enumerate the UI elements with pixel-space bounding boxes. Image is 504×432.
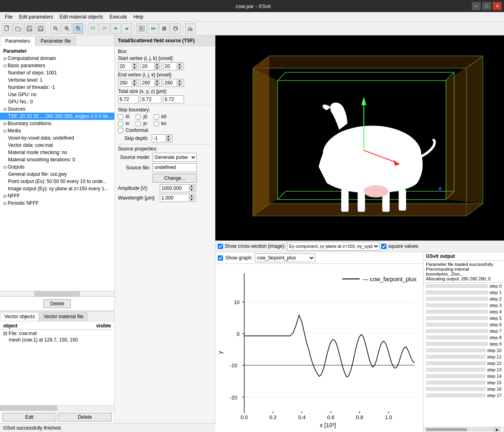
skip-depth-input[interactable]: -1 ▲▼ [152, 134, 173, 142]
close-button[interactable]: ✕ [493, 2, 502, 10]
zoom-out-button[interactable] [50, 23, 61, 34]
end-k-down[interactable]: ▼ [177, 83, 182, 87]
show-graph-checkbox[interactable] [218, 255, 223, 261]
skip-kn-checkbox[interactable] [154, 121, 159, 126]
skip-depth-down[interactable]: ▼ [165, 138, 171, 142]
skip-in-checkbox[interactable] [118, 121, 123, 126]
gsvit-horizontal-scroll[interactable]: ▶ [423, 427, 504, 432]
vector-horizontal-scroll[interactable] [0, 405, 114, 411]
tab-parameters[interactable]: Parameters [0, 36, 35, 46]
zoom-in-button[interactable] [62, 23, 72, 34]
zoom-fit-button[interactable] [73, 23, 83, 34]
start-k-down[interactable]: ▼ [177, 66, 182, 70]
save-button[interactable] [24, 23, 35, 34]
rotate-cw-button[interactable] [99, 23, 109, 34]
start-j-down[interactable]: ▼ [154, 66, 160, 70]
end-i-down[interactable]: ▼ [132, 83, 137, 87]
tree-item-vector-data[interactable]: Vector data: cow.mat [0, 142, 114, 149]
size-y-input[interactable]: 6.72 [140, 95, 161, 103]
new-button[interactable] [2, 23, 12, 34]
minimize-button[interactable]: ─ [472, 2, 481, 10]
start-j-input[interactable]: 20 ▲▼ [140, 62, 161, 70]
tab-parameter-file[interactable]: Parameter file [35, 36, 76, 45]
tab-vector-material[interactable]: Vector material file [39, 312, 88, 321]
tree-item-sources[interactable]: ⊟ Sources [0, 105, 114, 113]
end-k-input[interactable]: 260 ▲▼ [163, 79, 184, 87]
conformal-checkbox[interactable] [118, 128, 123, 133]
delete-tree-button[interactable]: Delete [43, 299, 71, 308]
menu-edit-params[interactable]: Edit parameters [16, 13, 56, 21]
maximize-button[interactable]: □ [482, 2, 491, 10]
tree-item-voxel-data[interactable]: Voxel-by-voxel data: undefined [0, 134, 114, 142]
amp-up[interactable]: ▲ [189, 184, 194, 188]
tree-item-image-output[interactable]: Image output (Ey): xy plane at z=150 eve… [0, 185, 114, 192]
tree-item-gpu[interactable]: Use GPU: no [0, 91, 114, 98]
vector-file-item[interactable]: ⊟ File: cow.mat [1, 330, 114, 337]
start-i-down[interactable]: ▼ [132, 66, 137, 70]
start-k-input[interactable]: 20 ▲▼ [163, 62, 184, 70]
start-i-up[interactable]: ▲ [132, 62, 137, 66]
tree-item-outputs[interactable]: ⊟ Outputs [0, 163, 114, 171]
vector-mesh-item[interactable]: mesh (cow.1) at 128.7, 150, 150 [1, 337, 114, 343]
tree-item-basic-parameters[interactable]: ⊟ Basic parameters [0, 62, 114, 69]
end-i-up[interactable]: ▲ [132, 79, 137, 83]
open-button[interactable] [13, 23, 23, 34]
wavelength-input[interactable]: 1.000 ▲▼ [160, 194, 196, 202]
tree-item-general-output[interactable]: General output file: out.gwy [0, 171, 114, 178]
tree-item-periodic-nfff[interactable]: ⊞ Periodic NFFF [0, 200, 114, 207]
tab-vector-objects[interactable]: Vector objects [0, 312, 39, 321]
menu-help[interactable]: Help [130, 13, 147, 21]
rotate-ccw-button[interactable] [88, 23, 98, 34]
gsvit-scroll-right[interactable]: ▶ [494, 427, 500, 432]
skip-i0-checkbox[interactable] [118, 114, 123, 119]
end-j-down[interactable]: ▼ [154, 83, 160, 87]
end-k-up[interactable]: ▲ [177, 79, 182, 83]
edit-vector-button[interactable]: Edit [2, 413, 56, 422]
chart-button[interactable] [185, 23, 196, 34]
3d-view[interactable]: + [215, 35, 504, 241]
run-button[interactable] [136, 23, 147, 34]
tree-item-nfff[interactable]: ⊞ NFFF [0, 192, 114, 200]
tree-item-boundary[interactable]: ⊞ Boundary conditions [0, 120, 114, 127]
tree-item-tsf[interactable]: TSF: 20 20 20 ... 260 260 260, angles 0 … [0, 113, 114, 120]
tree-item-point-output[interactable]: Point output (Ex): 50 50 50 every 10 to … [0, 178, 114, 185]
skip-k0-checkbox[interactable] [154, 114, 159, 119]
stop-button[interactable] [159, 23, 169, 34]
tree-horizontal-scroll[interactable] [0, 291, 114, 296]
start-j-up[interactable]: ▲ [154, 62, 160, 66]
skip-jn-checkbox[interactable] [136, 121, 141, 126]
refresh-button[interactable] [170, 23, 181, 34]
source-mode-select[interactable]: Generate pulse Load from file [153, 153, 197, 162]
wave-down[interactable]: ▼ [189, 198, 194, 202]
size-z-input[interactable]: 6.72 [163, 95, 184, 103]
amp-down[interactable]: ▼ [189, 188, 194, 192]
square-values-checkbox[interactable] [381, 244, 386, 249]
skip-j0-checkbox[interactable] [136, 114, 141, 119]
tilt-up-button[interactable] [110, 23, 121, 34]
tree-item-computational-domain[interactable]: ⊞ Computational domain [0, 55, 114, 62]
tree-item-gpu-no[interactable]: GPU No.: 0 [0, 98, 114, 105]
tree-item-material-mode[interactable]: Material mode checking: no [0, 149, 114, 156]
start-i-input[interactable]: 20 ▲▼ [118, 62, 139, 70]
cross-section-select[interactable]: Ey component, xy plane at z=150, ey_xypl… [287, 242, 380, 251]
delete-vector-button[interactable]: Delete [58, 413, 112, 422]
show-cross-section-checkbox[interactable] [218, 244, 223, 249]
menu-edit-material[interactable]: Edit material objects [56, 13, 106, 21]
graph-select[interactable]: cow_farpoint_plus [255, 253, 315, 262]
tree-item-threads[interactable]: Number of threads: -1 [0, 84, 114, 91]
tree-item-material-smooth[interactable]: Material smoothing iterations: 0 [0, 156, 114, 163]
tree-item-media[interactable]: ⊟ Media [0, 127, 114, 134]
skip-depth-up[interactable]: ▲ [165, 134, 171, 138]
end-j-input[interactable]: 260 ▲▼ [140, 79, 161, 87]
tree-item-num-steps[interactable]: Number of steps: 1001 [0, 69, 114, 76]
save-all-button[interactable] [35, 23, 46, 34]
tilt-down-button[interactable] [122, 23, 132, 34]
end-j-up[interactable]: ▲ [154, 79, 160, 83]
end-i-input[interactable]: 260 ▲▼ [118, 79, 139, 87]
start-k-up[interactable]: ▲ [177, 62, 182, 66]
wave-up[interactable]: ▲ [189, 194, 194, 198]
tree-item-verbose[interactable]: Verbose level: 1 [0, 76, 114, 84]
menu-file[interactable]: File [2, 13, 16, 21]
run2-button[interactable] [148, 23, 158, 34]
size-x-input[interactable]: 6.72 [118, 95, 139, 103]
